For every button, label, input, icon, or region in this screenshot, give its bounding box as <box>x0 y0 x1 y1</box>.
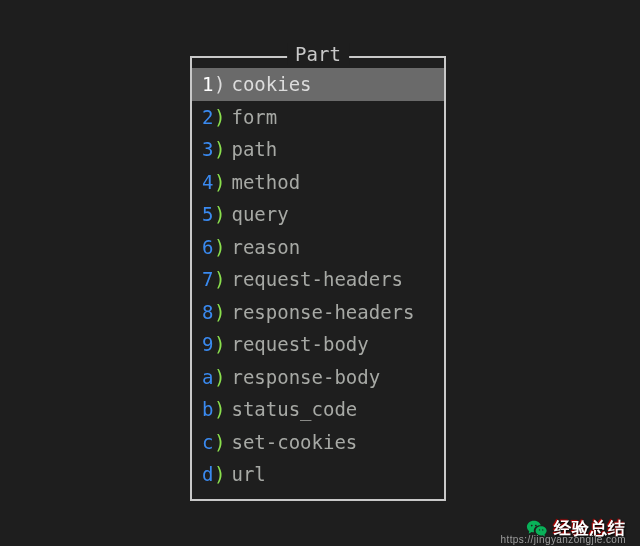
menu-item-label: set-cookies <box>231 428 357 457</box>
menu-item-label: url <box>231 460 265 489</box>
menu-item-key: 4 <box>202 168 214 197</box>
menu-item-request-body[interactable]: 9)request-body <box>192 328 444 361</box>
paren-icon: ) <box>214 298 225 327</box>
menu-item-status_code[interactable]: b)status_code <box>192 393 444 426</box>
menu-item-label: query <box>231 200 288 229</box>
menu-item-label: method <box>231 168 300 197</box>
menu-item-key: b <box>202 395 214 424</box>
menu-item-form[interactable]: 2)form <box>192 101 444 134</box>
menu-item-key: d <box>202 460 214 489</box>
menu-item-label: path <box>231 135 277 164</box>
menu-item-method[interactable]: 4)method <box>192 166 444 199</box>
paren-icon: ) <box>214 265 225 294</box>
paren-icon: ) <box>214 363 225 392</box>
menu-item-key: 3 <box>202 135 214 164</box>
menu-item-response-body[interactable]: a)response-body <box>192 361 444 394</box>
paren-icon: ) <box>214 103 225 132</box>
menu-item-label: cookies <box>231 70 311 99</box>
menu-item-key: c <box>202 428 214 457</box>
menu-item-key: 9 <box>202 330 214 359</box>
menu-item-key: 5 <box>202 200 214 229</box>
paren-icon: ) <box>214 395 225 424</box>
menu-item-label: reason <box>231 233 300 262</box>
menu-item-key: 2 <box>202 103 214 132</box>
menu-item-label: response-body <box>231 363 380 392</box>
menu-item-set-cookies[interactable]: c)set-cookies <box>192 426 444 459</box>
menu-item-key: 6 <box>202 233 214 262</box>
menu-item-label: form <box>231 103 277 132</box>
menu-item-reason[interactable]: 6)reason <box>192 231 444 264</box>
panel-title: Part <box>287 43 349 65</box>
paren-icon: ) <box>214 428 225 457</box>
paren-icon: ) <box>214 70 225 99</box>
menu-item-key: 7 <box>202 265 214 294</box>
menu-item-label: response-headers <box>231 298 414 327</box>
paren-icon: ) <box>214 168 225 197</box>
menu-item-path[interactable]: 3)path <box>192 133 444 166</box>
menu-item-key: a <box>202 363 214 392</box>
menu-item-label: status_code <box>231 395 357 424</box>
menu-item-key: 8 <box>202 298 214 327</box>
paren-icon: ) <box>214 460 225 489</box>
menu-item-query[interactable]: 5)query <box>192 198 444 231</box>
menu-item-url[interactable]: d)url <box>192 458 444 491</box>
menu-item-label: request-headers <box>231 265 403 294</box>
menu-item-response-headers[interactable]: 8)response-headers <box>192 296 444 329</box>
part-panel: Part 1)cookies2)form3)path4)method5)quer… <box>190 56 446 501</box>
menu-item-request-headers[interactable]: 7)request-headers <box>192 263 444 296</box>
paren-icon: ) <box>214 233 225 262</box>
panel-list: 1)cookies2)form3)path4)method5)query6)re… <box>192 68 444 491</box>
menu-item-key: 1 <box>202 70 214 99</box>
paren-icon: ) <box>214 200 225 229</box>
paren-icon: ) <box>214 330 225 359</box>
paren-icon: ) <box>214 135 225 164</box>
menu-item-cookies[interactable]: 1)cookies <box>192 68 444 101</box>
watermark-sub: https://jingyanzongjie.com <box>501 534 626 545</box>
menu-item-label: request-body <box>231 330 368 359</box>
